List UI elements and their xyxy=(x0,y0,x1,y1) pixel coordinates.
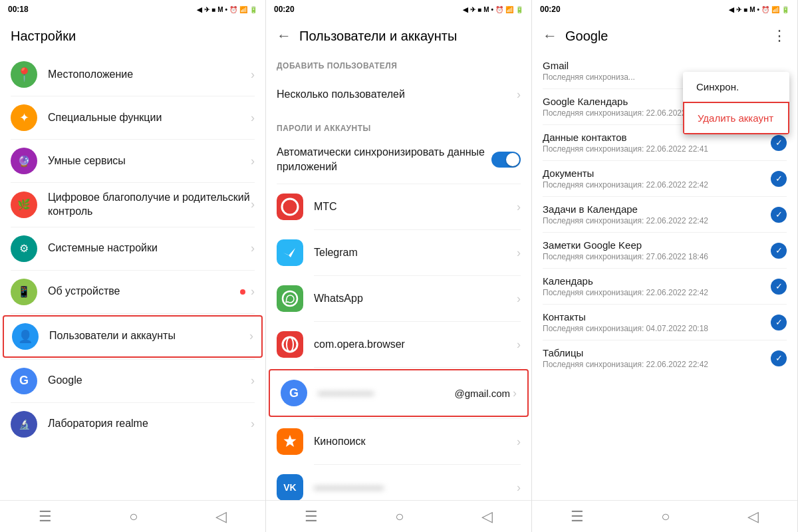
google-panel: 00:20 ◀ ✈ ■ M • ⏰ 📶 🔋 ← Google ⋮ Gmail П… xyxy=(532,0,798,532)
tasks-check[interactable]: ✓ xyxy=(771,207,787,223)
users-label: Пользователи и аккаунты xyxy=(49,329,249,343)
calendar-check[interactable]: ✓ xyxy=(771,279,787,295)
contacts-sync-item[interactable]: Контакты Последняя синхронизация: 04.07.… xyxy=(532,305,797,340)
arrow-icon: › xyxy=(517,200,521,214)
nav-menu-3[interactable]: ☰ xyxy=(571,508,584,525)
arrow-icon: › xyxy=(517,338,521,352)
settings-item-location[interactable]: 📍 Местоположение › xyxy=(0,53,265,96)
arrow-icon: › xyxy=(251,198,255,211)
contacts-sync-title: Контакты xyxy=(543,311,771,323)
wellness-icon: 🌿 xyxy=(11,192,37,218)
nav-home-2[interactable]: ○ xyxy=(395,508,404,525)
arrow-icon: › xyxy=(251,68,255,82)
kinopoisk-item[interactable]: Кинопоиск › xyxy=(266,419,531,464)
settings-item-google[interactable]: G Google › xyxy=(0,360,265,402)
keep-check[interactable]: ✓ xyxy=(771,243,787,259)
calendar-sync-item[interactable]: Календарь Последняя синхронизация: 22.06… xyxy=(532,269,797,304)
add-users-item[interactable]: Несколько пользователей › xyxy=(266,73,531,116)
contacts-sync-sub: Последняя синхронизация: 04.07.2022 20:1… xyxy=(543,324,771,333)
tasks-sync-sub: Последняя синхронизация: 22.06.2022 22:4… xyxy=(543,216,771,225)
smart-icon: 🔮 xyxy=(11,148,37,174)
special-label: Специальные функции xyxy=(48,111,251,125)
arrow-icon: › xyxy=(251,154,255,168)
gmail-account-item[interactable]: G •••••••••••••••• @gmail.com › xyxy=(269,369,529,417)
telegram-icon xyxy=(277,239,303,266)
arrow-icon: › xyxy=(251,285,255,299)
opera-icon xyxy=(277,331,303,358)
telegram-item[interactable]: Telegram › xyxy=(266,230,531,275)
back-button[interactable]: ← xyxy=(277,27,291,45)
nav-menu[interactable]: ☰ xyxy=(39,508,52,525)
mts-icon xyxy=(277,194,303,220)
svg-point-1 xyxy=(283,291,297,306)
back-button-3[interactable]: ← xyxy=(543,27,557,45)
status-bar-2: 00:20 ◀ ✈ ■ M • ⏰ 📶 🔋 xyxy=(266,0,531,19)
sheets-sync-item[interactable]: Таблицы Последняя синхронизация: 22.06.2… xyxy=(532,340,797,376)
special-icon: ✦ xyxy=(11,104,37,131)
docs-check[interactable]: ✓ xyxy=(771,171,787,187)
google-header: ← Google ⋮ xyxy=(532,19,797,53)
auto-sync-item[interactable]: Автоматически синхронизировать данные пр… xyxy=(266,136,531,184)
nav-menu-2[interactable]: ☰ xyxy=(305,508,318,525)
settings-item-wellness[interactable]: 🌿 Цифровое благополучие и родительский к… xyxy=(0,183,265,227)
users-header: ← Пользователи и аккаунты xyxy=(266,19,531,53)
opera-item[interactable]: com.opera.browser › xyxy=(266,322,531,367)
nav-home-3[interactable]: ○ xyxy=(661,508,670,525)
context-sync-item[interactable]: Синхрон. xyxy=(683,72,789,102)
gmail-account-name: •••••••••••••••• xyxy=(318,388,454,399)
arrow-icon: › xyxy=(251,111,255,125)
nav-back-2[interactable]: ◁ xyxy=(481,508,493,525)
nav-back-3[interactable]: ◁ xyxy=(747,508,759,525)
vk-icon: VK xyxy=(277,474,303,500)
settings-item-realme[interactable]: 🔬 Лаборатория realme › xyxy=(0,403,265,446)
context-menu: Синхрон. Удалить аккаунт xyxy=(683,72,789,134)
tasks-sync-item[interactable]: Задачи в Календаре Последняя синхронизац… xyxy=(532,197,797,232)
auto-sync-toggle[interactable] xyxy=(491,152,521,168)
contacts-data-check[interactable]: ✓ xyxy=(771,135,787,151)
arrow-icon: › xyxy=(517,246,521,260)
system-icon: ⚙ xyxy=(11,235,37,262)
nav-home[interactable]: ○ xyxy=(129,508,138,525)
docs-sync-item[interactable]: Документы Последняя синхронизация: 22.06… xyxy=(532,161,797,196)
status-bar-3: 00:20 ◀ ✈ ■ M • ⏰ 📶 🔋 xyxy=(532,0,797,19)
add-users-label: Несколько пользователей xyxy=(277,88,517,102)
keep-sync-item[interactable]: Заметки Google Keep Последняя синхрониза… xyxy=(532,233,797,268)
context-delete-item[interactable]: Удалить аккаунт xyxy=(683,102,789,134)
mts-item[interactable]: МТС › xyxy=(266,184,531,229)
notification-dot xyxy=(240,289,245,295)
section-passwords: ПАРОЛИ И АККАУНТЫ xyxy=(266,116,531,136)
arrow-icon: › xyxy=(513,386,517,400)
settings-item-special[interactable]: ✦ Специальные функции › xyxy=(0,96,265,139)
whatsapp-label: WhatsApp xyxy=(314,293,517,305)
svg-point-3 xyxy=(287,337,293,352)
nav-back[interactable]: ◁ xyxy=(215,508,227,525)
location-label: Местоположение xyxy=(48,68,251,82)
users-panel: 00:20 ◀ ✈ ■ M • ⏰ 📶 🔋 ← Пользователи и а… xyxy=(266,0,532,532)
kinopoisk-label: Кинопоиск xyxy=(314,436,517,448)
vk-item[interactable]: VK •••••••••••••••••••• › xyxy=(266,465,531,500)
sheets-sync-sub: Последняя синхронизация: 22.06.2022 22:4… xyxy=(543,360,771,369)
arrow-icon: › xyxy=(517,292,521,306)
realme-icon: 🔬 xyxy=(11,411,37,438)
settings-item-about[interactable]: 📱 Об устройстве › xyxy=(0,271,265,313)
whatsapp-icon xyxy=(277,285,303,312)
tasks-sync-title: Задачи в Календаре xyxy=(543,203,771,215)
status-icons-3: ◀ ✈ ■ M • ⏰ 📶 🔋 xyxy=(729,6,789,13)
settings-item-users[interactable]: 👤 Пользователи и аккаунты › xyxy=(3,315,263,358)
contacts-check[interactable]: ✓ xyxy=(771,315,787,331)
users-icon: 👤 xyxy=(12,323,39,350)
status-icons-1: ◀ ✈ ■ M • ⏰ 📶 🔋 xyxy=(197,6,257,13)
location-icon: 📍 xyxy=(11,61,37,88)
gmail-sync-title: Gmail xyxy=(543,60,787,71)
whatsapp-item[interactable]: WhatsApp › xyxy=(266,276,531,321)
settings-title: Настройки xyxy=(11,29,255,44)
realme-label: Лаборатория realme xyxy=(48,417,251,431)
nav-bar-3: ☰ ○ ◁ xyxy=(532,500,797,532)
settings-item-smart[interactable]: 🔮 Умные сервисы › xyxy=(0,140,265,182)
calendar-sync-title: Календарь xyxy=(543,275,771,287)
gmail-account-suffix: @gmail.com xyxy=(454,388,510,399)
settings-item-system[interactable]: ⚙ Системные настройки › xyxy=(0,227,265,270)
sheets-check[interactable]: ✓ xyxy=(771,350,787,366)
wellness-label: Цифровое благополучие и родительский кон… xyxy=(48,191,251,219)
more-button[interactable]: ⋮ xyxy=(772,27,787,45)
